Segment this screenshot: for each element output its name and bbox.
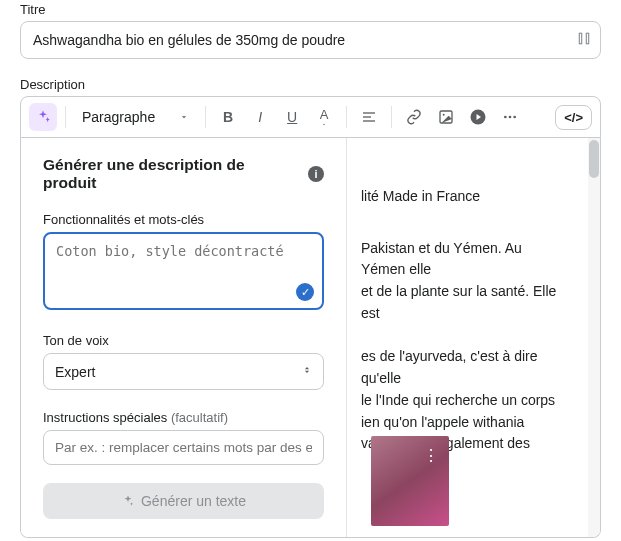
align-button[interactable] xyxy=(355,103,383,131)
sparkle-icon xyxy=(121,494,135,508)
svg-point-9 xyxy=(509,116,512,119)
tone-label: Ton de voix xyxy=(43,333,324,348)
ai-panel-heading: Générer une description de produit i xyxy=(43,156,324,192)
scrollbar-track[interactable] xyxy=(588,138,600,537)
title-input-icon xyxy=(577,32,591,49)
svg-rect-1 xyxy=(586,33,588,44)
tone-value: Expert xyxy=(55,364,95,380)
keywords-input[interactable] xyxy=(43,232,324,310)
editor-area: lité Made in France Pakistan et du Yémen… xyxy=(20,138,601,538)
ai-generate-panel: Générer une description de produit i Fon… xyxy=(21,138,347,537)
svg-point-8 xyxy=(504,116,507,119)
scrollbar-thumb[interactable] xyxy=(589,140,599,178)
image-button[interactable] xyxy=(432,103,460,131)
special-instructions-input[interactable] xyxy=(43,430,324,465)
more-button[interactable] xyxy=(496,103,524,131)
title-label: Titre xyxy=(20,2,601,17)
svg-rect-0 xyxy=(579,33,581,44)
paragraph-select[interactable]: Paragraphe xyxy=(74,105,197,129)
svg-point-6 xyxy=(443,114,445,116)
html-view-button[interactable]: </> xyxy=(555,105,592,130)
text-color-button[interactable]: A xyxy=(310,103,338,131)
underline-button[interactable]: U xyxy=(278,103,306,131)
link-button[interactable] xyxy=(400,103,428,131)
generate-button-label: Générer un texte xyxy=(141,493,246,509)
special-optional: (facultatif) xyxy=(171,410,228,425)
svg-point-10 xyxy=(514,116,517,119)
special-label-text: Instructions spéciales xyxy=(43,410,167,425)
info-icon[interactable]: i xyxy=(308,166,324,182)
title-field-wrap xyxy=(20,21,601,59)
ai-panel-heading-text: Générer une description de produit xyxy=(43,156,302,192)
editor-toolbar: Paragraphe B I U A </> xyxy=(20,96,601,138)
description-label: Description xyxy=(20,77,601,92)
bold-button[interactable]: B xyxy=(214,103,242,131)
chevron-updown-icon xyxy=(302,363,312,380)
video-button[interactable] xyxy=(464,103,492,131)
ai-generate-button[interactable] xyxy=(29,103,57,131)
title-input[interactable] xyxy=(20,21,601,59)
italic-button[interactable]: I xyxy=(246,103,274,131)
paragraph-label: Paragraphe xyxy=(82,109,155,125)
video-thumbnail[interactable] xyxy=(371,436,449,526)
tone-select[interactable]: Expert xyxy=(43,353,324,390)
check-icon: ✓ xyxy=(296,283,314,301)
special-label: Instructions spéciales (facultatif) xyxy=(43,410,324,425)
keywords-label: Fonctionnalités et mots-clés xyxy=(43,212,324,227)
generate-text-button[interactable]: Générer un texte xyxy=(43,483,324,519)
